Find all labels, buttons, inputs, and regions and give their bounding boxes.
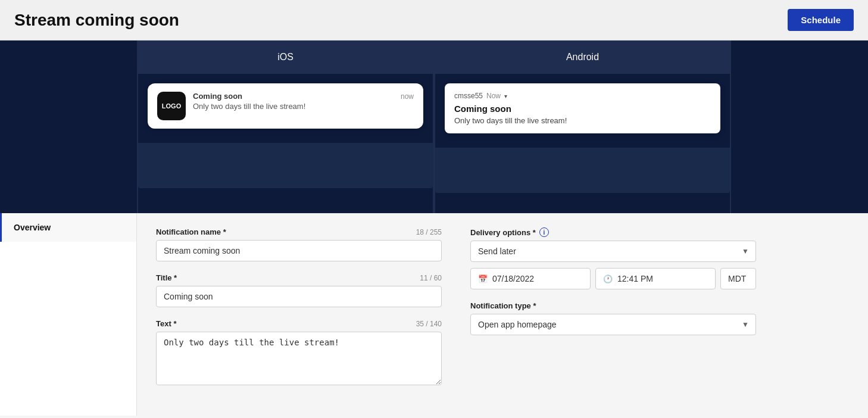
delivery-options-group: Delivery options * i Send later Send now… xyxy=(470,227,756,289)
text-label-row: Text * 35 / 140 xyxy=(156,319,442,328)
text-counter: 35 / 140 xyxy=(416,320,442,328)
ios-notification-body: Only two days till the live stream! xyxy=(193,102,414,111)
form-left: Notification name * 18 / 255 Title * 11 … xyxy=(156,227,442,401)
text-group: Text * 35 / 140 Only two days till the l… xyxy=(156,319,442,388)
time-value: 12:41 PM xyxy=(617,274,653,283)
delivery-options-label-row: Delivery options * i xyxy=(470,227,756,237)
ios-notification-content: Coming soon now Only two days till the l… xyxy=(193,92,414,111)
android-dropdown-icon: ▾ xyxy=(504,93,507,99)
form-right: Delivery options * i Send later Send now… xyxy=(470,227,756,401)
preview-area: iOS LOGO Coming soon now Only two days t… xyxy=(0,40,868,213)
android-notification-time: Now xyxy=(486,92,501,100)
delivery-options-label-wrapper: Delivery options * i xyxy=(470,227,549,237)
notification-type-select-wrapper: Open app homepage Open custom URL Open d… xyxy=(470,314,756,335)
ios-notification-card: LOGO Coming soon now Only two days till … xyxy=(148,83,423,129)
android-notification-card: cmsse55 Now ▾ Coming soon Only two days … xyxy=(445,83,720,133)
android-notification-body: Only two days till the live stream! xyxy=(454,116,711,125)
datetime-row: 📅 07/18/2022 🕐 12:41 PM MDT xyxy=(470,268,756,289)
notification-type-select[interactable]: Open app homepage Open custom URL Open d… xyxy=(470,314,756,335)
clock-icon: 🕐 xyxy=(603,274,613,283)
delivery-options-select[interactable]: Send later Send now Send at optimal time xyxy=(470,241,756,262)
android-notification-title: Coming soon xyxy=(454,104,711,114)
timezone-field[interactable]: MDT xyxy=(720,268,756,289)
notification-name-input[interactable] xyxy=(156,240,442,261)
notification-name-counter: 18 / 255 xyxy=(416,228,442,236)
page-header: Stream coming soon Schedule xyxy=(0,0,868,40)
delivery-options-label: Delivery options * xyxy=(470,228,536,237)
title-counter: 11 / 60 xyxy=(420,274,442,282)
title-label: Title * xyxy=(156,273,177,282)
date-field[interactable]: 📅 07/18/2022 xyxy=(470,268,591,289)
form-content: Notification name * 18 / 255 Title * 11 … xyxy=(137,213,868,416)
ios-app-name: Coming soon xyxy=(193,92,242,101)
sidebar-item-overview[interactable]: Overview xyxy=(0,213,136,242)
notification-name-label: Notification name * xyxy=(156,227,226,236)
ios-card-wrapper: LOGO Coming soon now Only two days till … xyxy=(138,74,433,138)
notification-type-group: Notification type * Open app homepage Op… xyxy=(470,301,756,335)
text-label: Text * xyxy=(156,319,176,328)
title-group: Title * 11 / 60 xyxy=(156,273,442,307)
title-label-row: Title * 11 / 60 xyxy=(156,273,442,282)
android-preview-column: Android cmsse55 Now ▾ Coming soon Only t… xyxy=(434,40,731,213)
ios-header: iOS xyxy=(138,40,433,74)
text-textarea[interactable]: Only two days till the live stream! xyxy=(156,332,442,385)
preview-right-sidebar xyxy=(731,40,868,213)
notification-type-label: Notification type * xyxy=(470,301,536,310)
delivery-options-info-icon[interactable]: i xyxy=(539,227,549,237)
android-card-wrapper: cmsse55 Now ▾ Coming soon Only two days … xyxy=(435,74,730,143)
ios-footer-dark xyxy=(138,143,433,188)
page-title: Stream coming soon xyxy=(14,11,179,30)
notification-name-label-row: Notification name * 18 / 255 xyxy=(156,227,442,236)
android-footer-dark xyxy=(435,148,730,193)
sidebar-nav: Overview xyxy=(0,213,137,416)
ios-logo: LOGO xyxy=(157,92,186,120)
calendar-icon: 📅 xyxy=(478,274,488,283)
timezone-value: MDT xyxy=(728,274,746,283)
android-header: Android xyxy=(435,40,730,74)
android-notification-top: cmsse55 Now ▾ xyxy=(454,92,711,100)
ios-notification-top: Coming soon now xyxy=(193,92,414,101)
ios-notification-time: now xyxy=(401,92,414,101)
delivery-options-select-wrapper: Send later Send now Send at optimal time… xyxy=(470,241,756,262)
title-input[interactable] xyxy=(156,286,442,307)
schedule-button[interactable]: Schedule xyxy=(788,9,854,31)
preview-left-sidebar xyxy=(0,40,137,213)
time-field[interactable]: 🕐 12:41 PM xyxy=(595,268,716,289)
notification-name-group: Notification name * 18 / 255 xyxy=(156,227,442,261)
android-app-name: cmsse55 xyxy=(454,92,483,100)
form-area: Overview Notification name * 18 / 255 Ti… xyxy=(0,213,868,416)
notification-type-label-row: Notification type * xyxy=(470,301,756,310)
date-value: 07/18/2022 xyxy=(492,274,534,283)
ios-preview-column: iOS LOGO Coming soon now Only two days t… xyxy=(137,40,434,213)
